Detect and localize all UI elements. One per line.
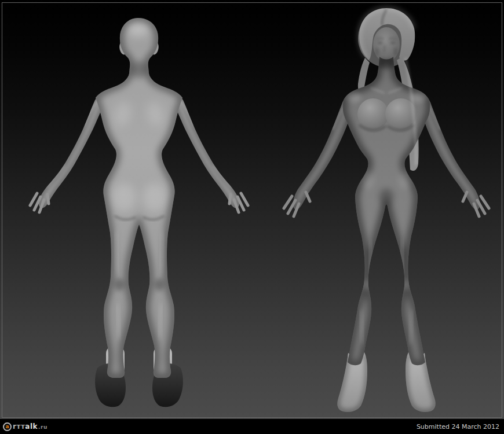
logo-badge-letter: a <box>5 424 9 429</box>
forum-image-post: a rттalk.ru Submitted 24 March 2012 <box>0 0 504 434</box>
submitted-date: Submitted 24 March 2012 <box>417 423 499 431</box>
logo-seg4: .ru <box>38 424 48 430</box>
figure-front-view <box>284 8 489 412</box>
logo-text: rттalk.ru <box>13 422 48 431</box>
arttalk-logo: a rттalk.ru <box>3 422 48 431</box>
logo-seg3: alk <box>25 422 38 431</box>
sculpt-face <box>373 27 400 62</box>
footer-bar: a rттalk.ru Submitted 24 March 2012 <box>0 419 504 434</box>
logo-seg2: тт <box>16 422 25 431</box>
logo-badge-icon: a <box>3 422 12 431</box>
figure-back-view <box>30 18 248 407</box>
sculpt-render-viewport <box>0 0 504 419</box>
sculpt-render <box>0 0 504 419</box>
